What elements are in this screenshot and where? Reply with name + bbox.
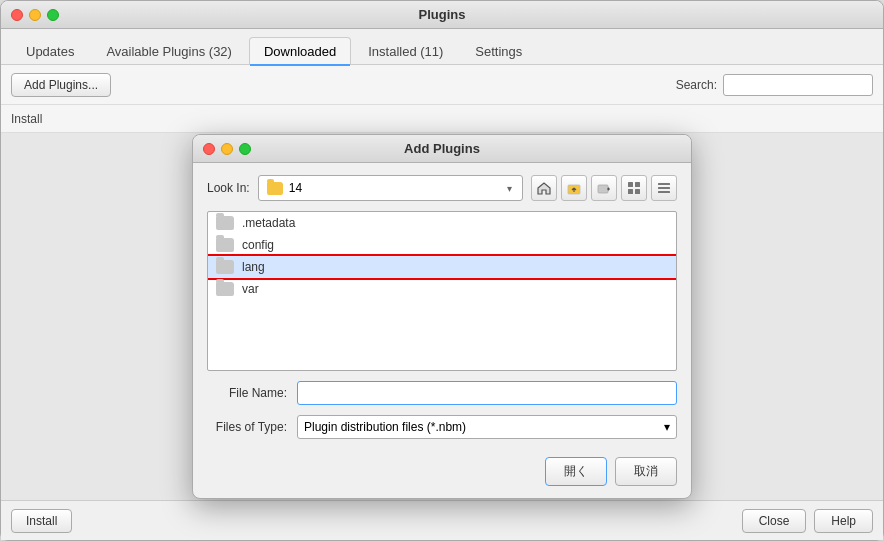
bottom-right-buttons: Close Help [742, 509, 873, 533]
folder-icon [216, 238, 234, 252]
files-of-type-label: Files of Type: [207, 420, 287, 434]
maximize-button[interactable] [47, 9, 59, 21]
file-name-label: File Name: [207, 386, 287, 400]
look-in-label: Look In: [207, 181, 250, 195]
dialog-close-button[interactable] [203, 143, 215, 155]
add-plugins-dialog: Add Plugins Look In: 14 [192, 134, 692, 499]
tab-available[interactable]: Available Plugins (32) [91, 37, 247, 65]
dialog-body: Look In: 14 ▾ [193, 163, 691, 451]
dialog-controls [203, 143, 251, 155]
search-label: Search: [676, 78, 717, 92]
look-in-select[interactable]: 14 ▾ [258, 175, 523, 201]
file-name-config: config [242, 238, 274, 252]
modal-overlay: Add Plugins Look In: 14 [1, 133, 883, 500]
add-plugins-button[interactable]: Add Plugins... [11, 73, 111, 97]
tab-downloaded[interactable]: Downloaded [249, 37, 351, 65]
home-icon-button[interactable] [531, 175, 557, 201]
list-view-icon-button[interactable] [651, 175, 677, 201]
files-of-type-value: Plugin distribution files (*.nbm) [304, 420, 466, 434]
install-column-label: Install [11, 112, 42, 126]
main-content: Add Plugins Look In: 14 [1, 133, 883, 500]
files-of-type-chevron-icon: ▾ [664, 420, 670, 434]
file-name-var: var [242, 282, 259, 296]
dialog-actions: 開く 取消 [193, 451, 691, 498]
minimize-button[interactable] [29, 9, 41, 21]
install-button[interactable]: Install [11, 509, 72, 533]
dialog-title: Add Plugins [404, 141, 480, 156]
help-button[interactable]: Help [814, 509, 873, 533]
file-name-lang: lang [242, 260, 265, 274]
folder-icon [216, 216, 234, 230]
svg-rect-5 [635, 189, 640, 194]
main-window: Plugins Updates Available Plugins (32) D… [0, 0, 884, 541]
svg-rect-3 [635, 182, 640, 187]
dialog-title-bar: Add Plugins [193, 135, 691, 163]
chevron-down-icon: ▾ [504, 183, 514, 193]
look-in-value-container: 14 [267, 181, 504, 195]
tab-installed[interactable]: Installed (11) [353, 37, 458, 65]
look-in-value: 14 [289, 181, 302, 195]
main-toolbar: Add Plugins... Search: [1, 65, 883, 105]
file-item-config[interactable]: config [208, 234, 676, 256]
folder-icon [216, 282, 234, 296]
dialog-maximize-button[interactable] [239, 143, 251, 155]
close-button-main[interactable]: Close [742, 509, 807, 533]
svg-rect-1 [598, 185, 608, 193]
window-title: Plugins [419, 7, 466, 22]
up-folder-icon-button[interactable] [561, 175, 587, 201]
cancel-button[interactable]: 取消 [615, 457, 677, 486]
dialog-toolbar-icons [531, 175, 677, 201]
look-in-row: Look In: 14 ▾ [207, 175, 677, 201]
file-item-lang[interactable]: lang [208, 256, 676, 278]
file-name-metadata: .metadata [242, 216, 295, 230]
open-button[interactable]: 開く [545, 457, 607, 486]
dialog-minimize-button[interactable] [221, 143, 233, 155]
file-list[interactable]: .metadata config lang [207, 211, 677, 371]
svg-rect-6 [658, 183, 670, 185]
files-of-type-row: Files of Type: Plugin distribution files… [207, 415, 677, 439]
files-of-type-select[interactable]: Plugin distribution files (*.nbm) ▾ [297, 415, 677, 439]
folder-icon-small [267, 182, 283, 195]
search-input[interactable] [723, 74, 873, 96]
file-name-input[interactable] [297, 381, 677, 405]
file-name-row: File Name: [207, 381, 677, 405]
content-area: Install Add Plugins [1, 105, 883, 500]
svg-rect-4 [628, 189, 633, 194]
window-controls [11, 9, 59, 21]
file-item-var[interactable]: var [208, 278, 676, 300]
search-area: Search: [676, 74, 873, 96]
folder-icon [216, 260, 234, 274]
title-bar: Plugins [1, 1, 883, 29]
tab-updates[interactable]: Updates [11, 37, 89, 65]
close-button[interactable] [11, 9, 23, 21]
file-item-metadata[interactable]: .metadata [208, 212, 676, 234]
svg-rect-8 [658, 191, 670, 193]
tab-bar: Updates Available Plugins (32) Downloade… [1, 29, 883, 65]
new-folder-icon-button[interactable] [591, 175, 617, 201]
bottom-bar: Install Close Help [1, 500, 883, 540]
install-header: Install [1, 105, 883, 133]
svg-rect-2 [628, 182, 633, 187]
grid-view-icon-button[interactable] [621, 175, 647, 201]
svg-rect-7 [658, 187, 670, 189]
tab-settings[interactable]: Settings [460, 37, 537, 65]
